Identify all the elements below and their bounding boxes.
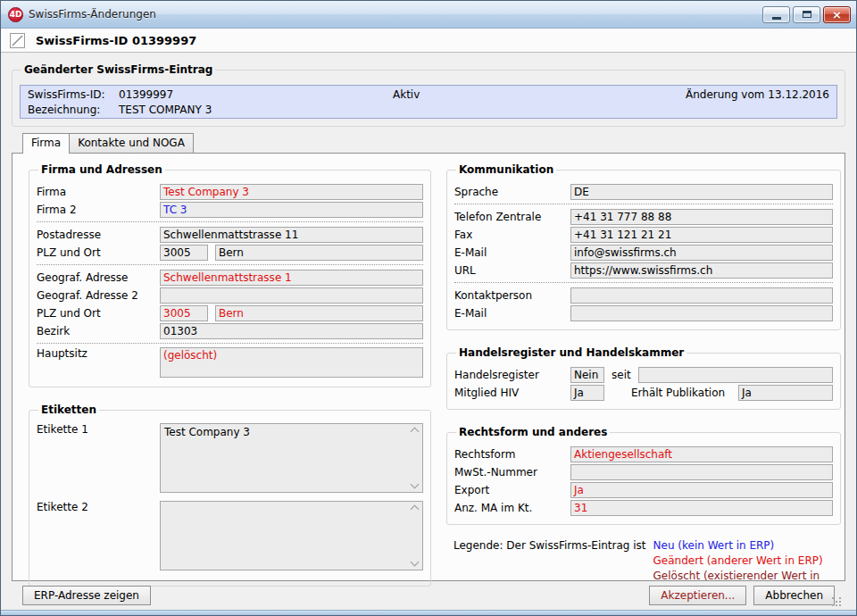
maximize-icon: [803, 11, 811, 18]
telefon-field[interactable]: +41 31 777 88 88: [570, 209, 833, 225]
hauptsitz-row: Hauptsitz (gelöscht): [37, 347, 423, 379]
kontakt-email-row: E-Mail: [454, 304, 833, 322]
hauptsitz-field[interactable]: (gelöscht): [160, 347, 423, 378]
geo-plz-field[interactable]: 3005: [160, 305, 208, 321]
dialog-window: 4D SwissFirms-Änderungen × SwissFirms-ID…: [0, 0, 857, 616]
left-column: Firma und Adressen Firma Test Company 3 …: [29, 163, 431, 580]
mitglied-hiv-field[interactable]: Ja: [570, 385, 604, 401]
record-header: SwissFirms-ID 01399997: [1, 29, 856, 53]
dialog-content: Geänderter SwissFirms-Eintrag SwissFirms…: [1, 53, 856, 610]
anz-ma-label: Anz. MA im Kt.: [454, 502, 570, 514]
summary-group: Geänderter SwissFirms-Eintrag SwissFirms…: [12, 63, 845, 127]
fax-row: Fax +41 31 121 21 21: [454, 226, 833, 244]
tab-firma[interactable]: Firma: [22, 133, 70, 154]
scroll-up-icon[interactable]: [411, 428, 420, 437]
tab-panel-firma: Firma und Adressen Firma Test Company 3 …: [12, 153, 845, 581]
anz-ma-row: Anz. MA im Kt. 31: [454, 499, 833, 517]
firma2-label: Firma 2: [37, 204, 160, 216]
minimize-button[interactable]: [762, 6, 790, 23]
export-field[interactable]: Ja: [570, 482, 833, 498]
anz-ma-field[interactable]: 31: [570, 500, 833, 516]
geo-adresse-field[interactable]: Schwellenmattstrasse 1: [160, 270, 423, 286]
rechtsform-title: Rechtsform und anderes: [456, 426, 610, 438]
rechtsform-label: Rechtsform: [454, 448, 570, 461]
kontakt-email-label: E-Mail: [454, 307, 570, 320]
postadresse-field[interactable]: Schwellenmattstrasse 11: [160, 227, 423, 243]
right-column: Kommunikation Sprache DE Telefon Zentral…: [446, 163, 841, 580]
mwst-field[interactable]: [570, 464, 833, 480]
close-button[interactable]: ×: [823, 6, 851, 23]
bezirk-row: Bezirk 01303: [37, 322, 423, 340]
firma-field[interactable]: Test Company 3: [160, 184, 423, 200]
etikette2-row: Etikette 2: [37, 501, 423, 570]
etikette1-row: Etikette 1 Test Company 3: [37, 423, 423, 493]
etikette1-text: Test Company 3: [164, 426, 250, 438]
scroll-down-icon[interactable]: [411, 558, 420, 567]
handelsregister-title: Handelsregister und Handelskammer: [456, 346, 686, 359]
seit-field[interactable]: [638, 367, 833, 383]
spacer: [446, 330, 841, 346]
rechtsform-field[interactable]: Aktiengesellschaft: [570, 446, 833, 462]
handelsregister-row: Handelsregister Nein seit: [454, 366, 833, 384]
maximize-button[interactable]: [793, 6, 820, 23]
postadresse-row: Postadresse Schwellenmattstrasse 11: [37, 226, 423, 244]
rechtsform-row: Rechtsform Aktiengesellschaft: [454, 445, 833, 463]
geo-ort-field[interactable]: Bern: [215, 305, 423, 321]
firma-label: Firma: [37, 186, 160, 198]
ort-field[interactable]: Bern: [215, 245, 423, 261]
geo-plz-ort-row: PLZ und Ort 3005 Bern: [37, 304, 423, 322]
fax-field[interactable]: +41 31 121 21 21: [570, 227, 833, 243]
geo-adresse2-field[interactable]: [160, 287, 423, 304]
window-title: SwissFirms-Änderungen: [29, 8, 156, 21]
url-field[interactable]: https://www.swissfirms.ch: [570, 262, 833, 279]
etikette2-field[interactable]: [160, 501, 423, 570]
bezirk-field[interactable]: 01303: [160, 323, 423, 339]
handelsregister-group: Handelsregister und Handelskammer Handel…: [446, 346, 841, 410]
postadresse-label: Postadresse: [37, 229, 160, 241]
etikette1-field[interactable]: Test Company 3: [160, 423, 423, 493]
kontakt-email-field[interactable]: [570, 305, 833, 321]
abbrechen-button[interactable]: Abbrechen: [753, 586, 835, 605]
legend-geaendert: Geändert (anderer Wert in ERP): [653, 554, 841, 569]
email-field[interactable]: info@swissfirms.ch: [570, 245, 833, 261]
erp-adresse-zeigen-button[interactable]: ERP-Adresse zeigen: [22, 586, 151, 605]
sprache-row: Sprache DE: [454, 183, 833, 201]
sprache-label: Sprache: [454, 186, 570, 198]
divider: [454, 204, 833, 204]
minimize-icon: [772, 17, 781, 20]
4d-app-icon: 4D: [8, 7, 23, 22]
plz-field[interactable]: 3005: [160, 245, 208, 261]
etikette1-label: Etikette 1: [37, 423, 160, 436]
seit-label: seit: [612, 369, 631, 381]
tab-kontakte-noga[interactable]: Kontakte und NOGA: [69, 133, 194, 153]
export-label: Export: [454, 484, 570, 496]
publikation-field[interactable]: Ja: [738, 385, 833, 401]
handelsregister-field[interactable]: Nein: [570, 367, 604, 383]
divider: [454, 282, 833, 283]
etiketten-title: Etiketten: [38, 404, 99, 416]
geo-adresse2-row: Geograf. Adresse 2: [37, 287, 423, 304]
url-label: URL: [454, 264, 570, 277]
firma2-field[interactable]: TC 3: [160, 202, 423, 218]
email-label: E-Mail: [454, 246, 570, 259]
rechtsform-group: Rechtsform und anderes Rechtsform Aktien…: [446, 426, 841, 525]
summary-row-name: Bezeichnung: TEST COMPANY 3: [28, 103, 829, 118]
publikation-label: Erhält Publikation: [631, 387, 731, 399]
swissfirms-id-label: SwissFirms-ID:: [28, 87, 119, 103]
scroll-down-icon[interactable]: [411, 480, 420, 489]
pencil-edit-icon[interactable]: [10, 33, 25, 48]
divider: [37, 343, 423, 344]
bezeichnung-value: TEST COMPANY 3: [119, 103, 212, 118]
scroll-up-icon[interactable]: [411, 505, 420, 514]
sprache-field[interactable]: DE: [570, 184, 833, 200]
mitglied-hiv-row: Mitglied HIV Ja Erhält Publikation Ja: [454, 384, 833, 402]
kommunikation-group: Kommunikation Sprache DE Telefon Zentral…: [446, 163, 841, 330]
firma2-row: Firma 2 TC 3: [37, 201, 423, 219]
akzeptieren-button[interactable]: Akzeptieren...: [649, 586, 746, 605]
titlebar[interactable]: 4D SwissFirms-Änderungen ×: [1, 1, 856, 29]
mwst-label: MwSt.-Nummer: [454, 466, 570, 479]
kontaktperson-field[interactable]: [570, 287, 833, 304]
resize-grip[interactable]: [832, 597, 843, 608]
close-icon: ×: [832, 9, 842, 21]
summary-info-panel: SwissFirms-ID: 01399997 Aktiv Änderung v…: [20, 85, 837, 119]
